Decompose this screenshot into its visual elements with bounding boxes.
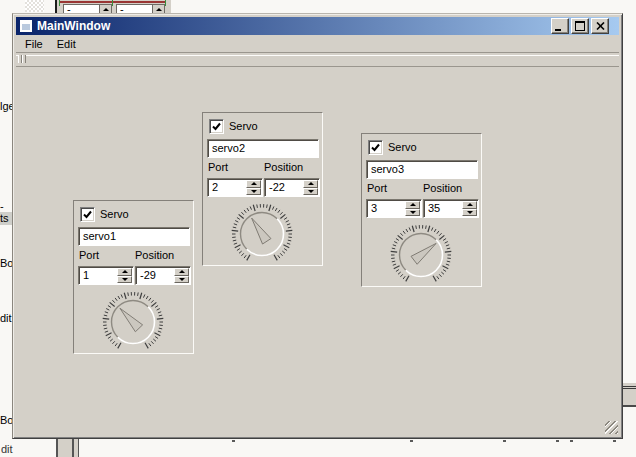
spin-down-button[interactable] xyxy=(174,276,189,284)
bg-list-item[interactable]: ts xyxy=(0,212,12,225)
fragment-line xyxy=(622,386,636,387)
up-arrow-icon xyxy=(103,8,109,11)
down-arrow-icon xyxy=(410,211,416,214)
grid-dot xyxy=(232,440,235,442)
down-arrow-icon xyxy=(467,211,473,214)
down-arrow-icon xyxy=(179,278,185,281)
servo-name-input[interactable]: servo3 xyxy=(366,160,478,179)
servo-card-1: Servo servo1 Port Position 1 -29 xyxy=(73,200,194,354)
minimize-button[interactable] xyxy=(551,18,569,34)
spin-up-button[interactable] xyxy=(405,201,420,209)
bg-list-item[interactable]: lge xyxy=(0,100,12,113)
servo-name-input[interactable]: servo2 xyxy=(207,139,319,158)
background-checker-texture xyxy=(25,0,44,12)
bg-list-item[interactable]: dit xyxy=(0,312,12,325)
menu-bar: File Edit xyxy=(16,35,619,52)
layout-guide-green-line xyxy=(59,0,60,6)
position-value: -22 xyxy=(269,181,285,193)
port-value: 3 xyxy=(371,202,377,214)
position-label: Position xyxy=(135,249,174,261)
up-arrow-icon xyxy=(179,270,185,273)
spin-down-button[interactable] xyxy=(405,209,420,217)
background-partial-text: dit xyxy=(1,443,13,455)
maximize-button[interactable] xyxy=(571,18,589,34)
down-arrow-icon xyxy=(122,278,128,281)
spin-up-button[interactable] xyxy=(117,268,132,276)
servo-checkbox[interactable] xyxy=(209,119,224,134)
spin-buttons xyxy=(117,268,132,283)
servo-checkbox[interactable] xyxy=(80,207,95,222)
spin-buttons xyxy=(462,201,477,216)
port-value: 2 xyxy=(212,181,218,193)
spin-down-button[interactable] xyxy=(246,188,261,196)
background-window-fragment-right xyxy=(622,383,636,407)
servo-dial[interactable] xyxy=(99,288,167,356)
window-title: MainWindow xyxy=(37,19,551,33)
grid-dot xyxy=(503,440,506,442)
position-spinbox[interactable]: -22 xyxy=(264,178,320,197)
servo-checkbox-label: Servo xyxy=(229,120,258,132)
servo-dial[interactable] xyxy=(387,221,455,289)
spin-down-button[interactable] xyxy=(462,209,477,217)
spin-up-button[interactable] xyxy=(246,180,261,188)
servo-name-value: servo2 xyxy=(212,142,245,154)
servo-dial[interactable] xyxy=(228,200,296,268)
background-window-edge-bottom xyxy=(56,437,73,457)
client-area: Servo servo1 Port Position 1 -29 xyxy=(16,68,619,435)
spin-up-button[interactable] xyxy=(174,268,189,276)
spin-buttons xyxy=(303,180,318,195)
title-bar[interactable]: MainWindow xyxy=(16,17,619,35)
fragment-line xyxy=(622,388,636,389)
bg-list-item[interactable]: Bo xyxy=(0,257,12,270)
servo-checkbox-label: Servo xyxy=(388,141,417,153)
position-spinbox[interactable]: -29 xyxy=(135,266,191,285)
spin-up-button[interactable] xyxy=(462,201,477,209)
toolbar xyxy=(16,54,619,66)
window-controls xyxy=(551,18,617,34)
position-label: Position xyxy=(264,161,303,173)
bg-list-item[interactable]: Bo xyxy=(0,414,12,427)
checkmark-icon xyxy=(211,121,222,132)
servo-checkbox[interactable] xyxy=(368,140,383,155)
position-value: 35 xyxy=(428,202,440,214)
window-icon[interactable] xyxy=(20,20,32,32)
menu-edit[interactable]: Edit xyxy=(50,36,83,52)
grid-dot xyxy=(556,440,559,442)
servo-card-3: Servo servo3 Port Position 3 35 xyxy=(361,133,482,287)
servo-name-value: servo1 xyxy=(83,230,116,242)
main-window: MainWindow File Edit xyxy=(12,13,623,439)
spin-buttons xyxy=(174,268,189,283)
toolbar-drag-handle[interactable] xyxy=(22,55,26,63)
spin-buttons xyxy=(405,201,420,216)
grid-dot xyxy=(613,440,616,442)
grid-dot xyxy=(410,440,413,442)
layout-guide-green-line xyxy=(112,0,113,6)
up-arrow-icon xyxy=(251,182,257,185)
port-spinbox[interactable]: 1 xyxy=(78,266,134,285)
down-arrow-icon xyxy=(251,190,257,193)
port-label: Port xyxy=(208,161,228,173)
servo-checkbox-label: Servo xyxy=(100,208,129,220)
minimize-icon xyxy=(555,29,561,31)
port-spinbox[interactable]: 3 xyxy=(366,199,422,218)
background-window-edge-bottom xyxy=(73,437,79,457)
up-arrow-icon xyxy=(467,203,473,206)
up-arrow-icon xyxy=(122,270,128,273)
checkmark-icon xyxy=(370,142,381,153)
layout-guide-green-line xyxy=(165,0,166,6)
servo-name-input[interactable]: servo1 xyxy=(78,227,190,246)
grid-dot xyxy=(570,440,573,442)
spin-down-button[interactable] xyxy=(303,188,318,196)
spin-buttons xyxy=(246,180,261,195)
maximize-icon xyxy=(575,21,585,31)
resize-grip[interactable] xyxy=(605,421,618,434)
spin-up-button[interactable] xyxy=(303,180,318,188)
close-button[interactable] xyxy=(591,18,609,34)
spin-down-button[interactable] xyxy=(117,276,132,284)
position-spinbox[interactable]: 35 xyxy=(423,199,479,218)
port-label: Port xyxy=(79,249,99,261)
up-arrow-icon xyxy=(308,182,314,185)
menu-file[interactable]: File xyxy=(18,36,50,52)
port-spinbox[interactable]: 2 xyxy=(207,178,263,197)
servo-card-2: Servo servo2 Port Position 2 -22 xyxy=(202,112,323,266)
